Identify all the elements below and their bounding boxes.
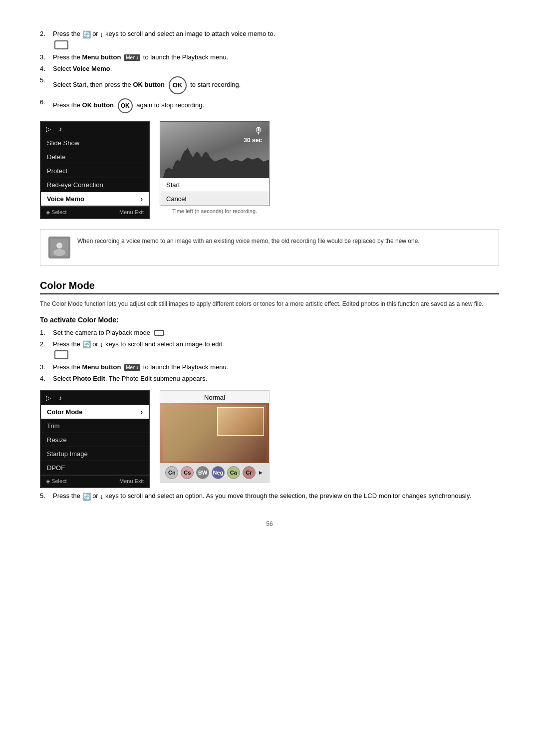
menu-select-label: ◈ Select (46, 209, 67, 216)
step-3-num: 3. (40, 53, 50, 61)
color-icon-ca[interactable]: Ca (227, 466, 240, 479)
menu-button-label: Menu button (82, 53, 121, 61)
color-menu-exit-label: Menu Exit (119, 478, 144, 485)
menu-footer: ◈ Select Menu Exit (41, 206, 149, 218)
menu-button-icon (54, 40, 68, 49)
menu-button-label-2: Menu button (82, 363, 121, 371)
color-menu-footer: ◈ Select Menu Exit (41, 475, 149, 487)
color-step-2-content: Press the 🔄 or ↓ keys to scroll and sele… (53, 340, 499, 360)
color-preview-box: Normal Cn Cs BW Neg Ca Cr ► (160, 390, 270, 483)
note-image-icon (50, 239, 68, 256)
voice-menu-box: ▷ ♪ Slide Show Delete Protect Red-eye Co… (40, 121, 150, 219)
time-caption: Time left (n seconds) for recording. (160, 208, 270, 214)
color-step-5-content: Press the 🔄 or ↓ keys to scroll and sele… (53, 492, 499, 501)
step-6-content: Press the OK button OK again to stop rec… (53, 98, 499, 113)
scroll-down-icon-3: ↓ (100, 493, 103, 501)
step-2-voice: 2. Press the 🔄 or ↓ keys to scroll and s… (40, 30, 499, 49)
color-step-3: 3. Press the Menu button Menu to launch … (40, 363, 499, 371)
color-menu-header: ▷ ♪ (41, 391, 149, 405)
color-step-2: 2. Press the 🔄 or ↓ keys to scroll and s… (40, 340, 499, 360)
step-4-num: 4. (40, 65, 50, 72)
color-step-4-content: Select Photo Edit. The Photo Edit submen… (53, 375, 499, 382)
color-step-2-num: 2. (40, 340, 50, 348)
color-icon-neg[interactable]: Neg (212, 466, 225, 479)
scroll-up-icon: 🔄 (82, 30, 91, 38)
color-menu-item-colormode: Color Mode › (41, 405, 149, 419)
menu-button-icon-2 (54, 350, 68, 359)
color-icon-bw[interactable]: BW (196, 466, 209, 479)
color-mode-arrow: › (141, 408, 143, 416)
menu-item-slideshow: Slide Show (41, 136, 149, 150)
figures-row-color: ▷ ♪ Color Mode › Trim Resize Startup Ima… (40, 390, 499, 488)
preview-timer: 30 sec (244, 137, 262, 144)
color-menu-item-startup: Startup Image (41, 447, 149, 461)
color-icons-arrow: ► (258, 469, 264, 476)
playback-mode-icon (154, 330, 164, 336)
voice-preview-column: 🎙 30 sec Start Cancel Time left (n secon… (160, 121, 270, 214)
step-5-voice: 5. Select Start, then press the OK butto… (40, 76, 499, 94)
step-3-content: Press the Menu button Menu to launch the… (53, 53, 499, 61)
menu-item-delete: Delete (41, 150, 149, 164)
step-4-voice: 4. Select Voice Memo. (40, 65, 499, 72)
menu-item-voicememo: Voice Memo › (41, 192, 149, 206)
color-mode-heading: Color Mode (40, 280, 499, 294)
color-icon-cs[interactable]: Cs (181, 466, 194, 479)
menu-header-music-icon: ♪ (59, 125, 62, 133)
color-step-1-num: 1. (40, 329, 50, 336)
menu-header-play-icon: ▷ (46, 125, 51, 133)
step-6-voice: 6. Press the OK button OK again to stop … (40, 98, 499, 113)
color-menu-select-label: ◈ Select (46, 478, 67, 485)
photo-edit-label: Photo Edit (73, 375, 105, 382)
color-step-5-num: 5. (40, 492, 50, 500)
note-text: When recording a voice memo to an image … (77, 237, 420, 246)
color-menu-header-music-icon: ♪ (59, 394, 62, 402)
color-menu-header-play-icon: ▷ (46, 394, 51, 402)
color-step-5: 5. Press the 🔄 or ↓ keys to scroll and s… (40, 492, 499, 501)
color-step-4: 4. Select Photo Edit. The Photo Edit sub… (40, 375, 499, 382)
color-preview-image (160, 403, 269, 463)
voice-memo-label: Voice Memo (73, 65, 110, 72)
color-menu-box: ▷ ♪ Color Mode › Trim Resize Startup Ima… (40, 390, 150, 488)
scroll-up-icon-2: 🔄 (82, 340, 91, 348)
svg-point-1 (56, 243, 62, 249)
color-step-1: 1. Set the camera to Playback mode . (40, 329, 499, 336)
step-2-num: 2. (40, 30, 50, 37)
scroll-down-icon-2: ↓ (100, 340, 103, 348)
step-5-num: 5. (40, 76, 50, 84)
ok-button-icon-5: OK (169, 76, 187, 94)
color-mode-description: The Color Mode function lets you adjust … (40, 299, 499, 309)
menu-item-protect: Protect (41, 164, 149, 178)
color-icon-cn[interactable]: Cn (165, 466, 178, 479)
color-icon-cr[interactable]: Cr (243, 466, 256, 479)
ok-button-icon-6: OK (118, 98, 133, 113)
menu-header: ▷ ♪ (41, 122, 149, 136)
ok-button-label-6: OK button (82, 101, 114, 109)
color-menu-item-resize: Resize (41, 433, 149, 447)
menu-icon-2: Menu (124, 364, 140, 371)
microphone-icon: 🎙 (254, 126, 263, 136)
cancel-button[interactable]: Cancel (160, 192, 269, 206)
color-menu-item-trim: Trim (41, 419, 149, 433)
step-5-content: Select Start, then press the OK button O… (53, 76, 499, 94)
svg-point-2 (53, 249, 65, 256)
note-icon (48, 237, 70, 258)
color-step-4-num: 4. (40, 375, 50, 382)
color-menu-item-dpof: DPOF (41, 461, 149, 475)
note-box: When recording a voice memo to an image … (40, 229, 499, 266)
menu-icon: Menu (124, 54, 140, 61)
figures-row-voice: ▷ ♪ Slide Show Delete Protect Red-eye Co… (40, 121, 499, 219)
voice-memo-arrow: › (141, 195, 143, 203)
menu-exit-label: Menu Exit (119, 209, 144, 216)
step-3-voice: 3. Press the Menu button Menu to launch … (40, 53, 499, 61)
color-preview-content (163, 405, 266, 462)
color-preview-title: Normal (160, 391, 269, 403)
page-number: 56 (40, 520, 499, 527)
start-button[interactable]: Start (160, 178, 269, 192)
color-step-1-content: Set the camera to Playback mode . (53, 329, 499, 336)
step-2-content: Press the 🔄 or ↓ keys to scroll and sele… (53, 30, 499, 49)
color-preview-icons-row: Cn Cs BW Neg Ca Cr ► (160, 463, 269, 482)
step-4-content: Select Voice Memo. (53, 65, 499, 72)
voice-preview-box: 🎙 30 sec Start Cancel (160, 121, 270, 206)
menu-item-redeye: Red-eye Correction (41, 178, 149, 192)
step-6-num: 6. (40, 98, 50, 106)
